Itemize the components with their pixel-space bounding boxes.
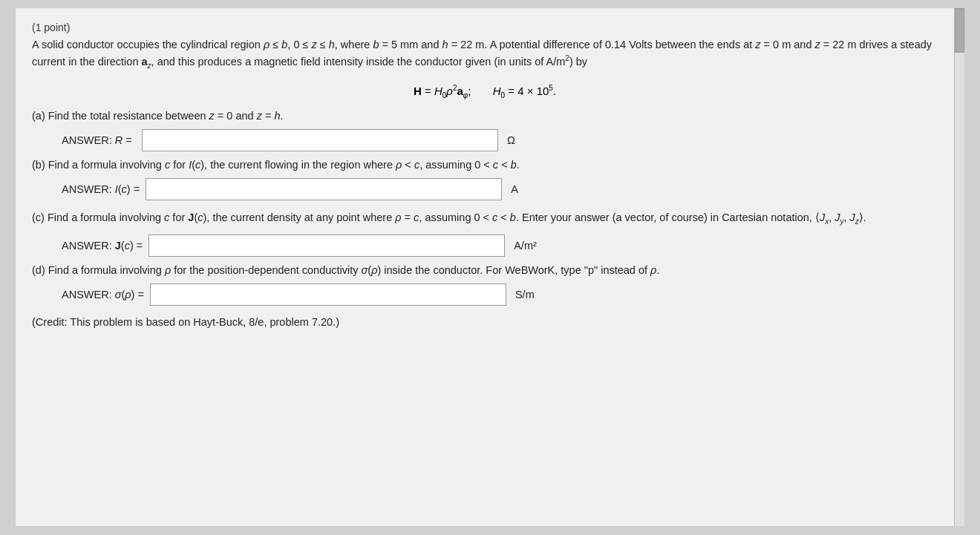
part-b-unit: A [511,183,518,195]
part-b-label: ANSWER: I(c) = [62,183,140,195]
credit-line: (Credit: This problem is based on Hayt-B… [32,316,938,328]
part-a-label: ANSWER: R = [62,134,136,146]
and-text: and [421,39,439,50]
part-c-input[interactable] [148,234,505,257]
part-c-answer-row: ANSWER: J(c) = A/m² [62,234,938,257]
part-a-input[interactable] [142,129,498,151]
part-b-answer-row: ANSWER: I(c) = A [62,178,938,200]
part-b-input[interactable] [146,178,502,200]
points-label: (1 point) [32,22,938,33]
page-container: (1 point) A solid conductor occupies the… [15,7,965,527]
part-a-question: (a) Find the total resistance between z … [32,110,938,122]
part-c-question: (c) Find a formula involving c for J(c),… [32,209,938,227]
part-d-input[interactable] [150,283,506,306]
part-d-unit: S/m [515,289,535,301]
part-b-question: (b) Find a formula involving c for I(c),… [32,159,938,171]
part-d-question: (d) Find a formula involving ρ for the p… [32,264,938,276]
part-a-unit: Ω [507,134,515,146]
main-content: (1 point) A solid conductor occupies the… [32,22,938,328]
part-d-label: ANSWER: σ(ρ) = [62,289,144,301]
scrollbar[interactable] [954,8,964,526]
part-a-answer-row: ANSWER: R = Ω [62,129,938,151]
part-d-answer-row: ANSWER: σ(ρ) = S/m [62,283,938,306]
part-c-unit: A/m² [514,240,537,252]
scrollbar-thumb[interactable] [955,8,964,53]
part-c-label: ANSWER: J(c) = [62,240,143,252]
problem-intro: A solid conductor occupies the cylindric… [32,36,938,72]
math-display: H = H0ρ2aφ; H0 = 4 × 105. [32,84,938,99]
